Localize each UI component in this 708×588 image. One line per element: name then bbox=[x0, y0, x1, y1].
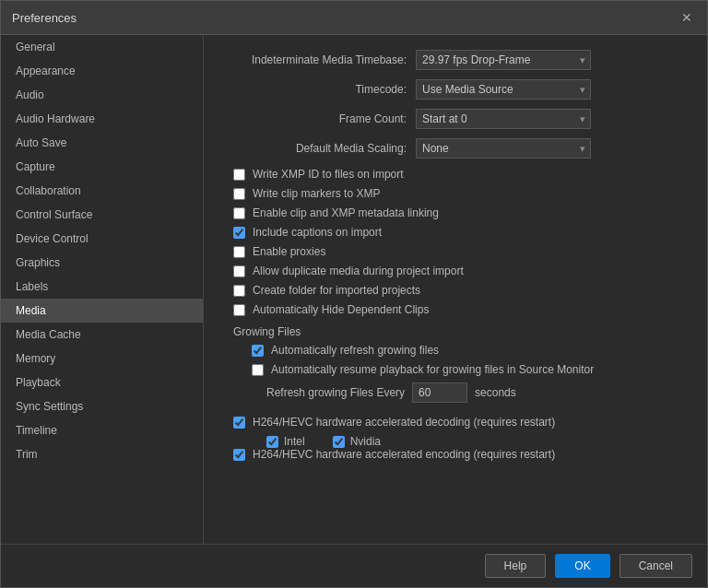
select-frame-count[interactable]: Start at 0Start at 1Timecode Conversion bbox=[416, 109, 591, 129]
checkbox-label-auto-refresh-growing: Automatically refresh growing files bbox=[271, 344, 439, 357]
sidebar-item-appearance[interactable]: Appearance bbox=[1, 59, 203, 83]
checkbox-row-auto-hide-clips: Automatically Hide Dependent Clips bbox=[222, 303, 689, 316]
checkbox-enable-clip-xmp[interactable] bbox=[233, 207, 245, 219]
checkbox-row-write-xmp-id: Write XMP ID to files on import bbox=[222, 168, 689, 181]
growing-files-row-auto-refresh-growing: Automatically refresh growing files bbox=[222, 344, 689, 357]
checkbox-row-include-captions: Include captions on import bbox=[222, 226, 689, 239]
dialog-content: GeneralAppearanceAudioAudio HardwareAuto… bbox=[1, 35, 707, 544]
sidebar: GeneralAppearanceAudioAudio HardwareAuto… bbox=[1, 35, 204, 544]
checkbox-label-enable-proxies: Enable proxies bbox=[253, 245, 325, 258]
sidebar-item-memory[interactable]: Memory bbox=[1, 347, 203, 370]
checkbox-label-auto-resume-playback: Automatically resume playback for growin… bbox=[271, 363, 594, 376]
ok-button[interactable]: OK bbox=[555, 554, 609, 578]
sidebar-item-collaboration[interactable]: Collaboration bbox=[1, 179, 203, 203]
footer: Help OK Cancel bbox=[1, 544, 707, 587]
checkbox-create-folder[interactable] bbox=[233, 285, 245, 297]
sidebar-item-trim[interactable]: Trim bbox=[1, 442, 203, 466]
sidebar-item-playback[interactable]: Playback bbox=[1, 370, 203, 394]
checkbox-row-enable-proxies: Enable proxies bbox=[222, 245, 689, 258]
close-button[interactable]: ✕ bbox=[678, 8, 696, 27]
refresh-row: Refresh growing Files Everyseconds bbox=[222, 382, 689, 403]
form-row-indeterminate-media-timebase: Indeterminate Media Timebase:23.976 fps2… bbox=[222, 50, 689, 70]
checkbox-write-clip-markers[interactable] bbox=[233, 188, 245, 200]
select-timecode[interactable]: Use Media SourceGenerate TimecodeStart a… bbox=[416, 79, 591, 100]
hw-encode-row: H264/HEVC hardware accelerated encoding … bbox=[222, 448, 689, 461]
sidebar-item-general[interactable]: General bbox=[1, 35, 203, 59]
checkbox-nvidia[interactable] bbox=[333, 436, 345, 448]
label-timecode: Timecode: bbox=[222, 83, 407, 96]
checkbox-row-enable-clip-xmp: Enable clip and XMP metadata linking bbox=[222, 206, 689, 219]
select-indeterminate-media-timebase[interactable]: 23.976 fps24 fps25 fps29.97 fps Drop-Fra… bbox=[416, 50, 591, 70]
checkbox-row-allow-duplicate: Allow duplicate media during project imp… bbox=[222, 265, 689, 277]
checkbox-write-xmp-id[interactable] bbox=[233, 169, 245, 181]
form-row-default-media-scaling: Default Media Scaling:NoneSet to Frame S… bbox=[222, 138, 689, 159]
sidebar-item-audio-hardware[interactable]: Audio Hardware bbox=[1, 107, 203, 131]
sidebar-item-graphics[interactable]: Graphics bbox=[1, 251, 203, 275]
sidebar-item-control-surface[interactable]: Control Surface bbox=[1, 203, 203, 227]
select-wrapper-timecode: Use Media SourceGenerate TimecodeStart a… bbox=[416, 79, 591, 100]
refresh-interval-input[interactable] bbox=[412, 382, 467, 403]
title-bar: Preferences ✕ bbox=[1, 1, 707, 35]
sidebar-item-labels[interactable]: Labels bbox=[1, 275, 203, 299]
label-intel: Intel bbox=[284, 435, 305, 448]
sidebar-item-audio[interactable]: Audio bbox=[1, 83, 203, 107]
sidebar-item-auto-save[interactable]: Auto Save bbox=[1, 131, 203, 155]
checkbox-allow-duplicate[interactable] bbox=[233, 265, 245, 277]
help-button[interactable]: Help bbox=[485, 554, 547, 578]
sidebar-item-media[interactable]: Media bbox=[1, 299, 203, 323]
hw-sub-item-nvidia: Nvidia bbox=[333, 435, 381, 448]
cancel-button[interactable]: Cancel bbox=[620, 554, 692, 578]
label-frame-count: Frame Count: bbox=[222, 112, 407, 125]
checkbox-label-auto-hide-clips: Automatically Hide Dependent Clips bbox=[253, 303, 429, 316]
label-indeterminate-media-timebase: Indeterminate Media Timebase: bbox=[222, 53, 407, 66]
select-wrapper-default-media-scaling: NoneSet to Frame SizeScale to Frame Size bbox=[416, 138, 591, 159]
checkbox-h264-encode[interactable] bbox=[233, 449, 245, 461]
checkbox-auto-resume-playback[interactable] bbox=[252, 364, 264, 376]
checkbox-label-enable-clip-xmp: Enable clip and XMP metadata linking bbox=[253, 206, 439, 219]
label-nvidia: Nvidia bbox=[350, 435, 381, 448]
checkbox-label-create-folder: Create folder for imported projects bbox=[253, 284, 420, 297]
checkbox-label-write-xmp-id: Write XMP ID to files on import bbox=[253, 168, 404, 181]
checkbox-h264-decode[interactable] bbox=[233, 417, 245, 429]
checkbox-label-h264-encode: H264/HEVC hardware accelerated encoding … bbox=[253, 448, 555, 461]
growing-files-row-auto-resume-playback: Automatically resume playback for growin… bbox=[222, 363, 689, 376]
sidebar-item-device-control[interactable]: Device Control bbox=[1, 227, 203, 251]
label-default-media-scaling: Default Media Scaling: bbox=[222, 142, 407, 155]
checkbox-include-captions[interactable] bbox=[233, 227, 245, 239]
refresh-label: Refresh growing Files Every bbox=[266, 386, 405, 399]
checkbox-auto-hide-clips[interactable] bbox=[233, 304, 245, 316]
checkbox-label-include-captions: Include captions on import bbox=[253, 226, 382, 239]
form-row-timecode: Timecode:Use Media SourceGenerate Timeco… bbox=[222, 79, 689, 100]
growing-files-section-label: Growing Files bbox=[222, 325, 689, 338]
dialog-title: Preferences bbox=[12, 11, 77, 25]
checkbox-auto-refresh-growing[interactable] bbox=[252, 345, 264, 357]
sidebar-item-media-cache[interactable]: Media Cache bbox=[1, 323, 203, 347]
form-row-frame-count: Frame Count:Start at 0Start at 1Timecode… bbox=[222, 109, 689, 129]
select-default-media-scaling[interactable]: NoneSet to Frame SizeScale to Frame Size bbox=[416, 138, 591, 159]
checkbox-intel[interactable] bbox=[266, 436, 278, 448]
sidebar-item-timeline[interactable]: Timeline bbox=[1, 418, 203, 442]
hw-sub-item-intel: Intel bbox=[266, 435, 305, 448]
hw-sub-options-row: IntelNvidia bbox=[222, 435, 689, 448]
main-panel: Indeterminate Media Timebase:23.976 fps2… bbox=[204, 35, 707, 544]
sidebar-item-capture[interactable]: Capture bbox=[1, 155, 203, 179]
select-wrapper-indeterminate-media-timebase: 23.976 fps24 fps25 fps29.97 fps Drop-Fra… bbox=[416, 50, 591, 70]
checkbox-label-h264-decode: H264/HEVC hardware accelerated decoding … bbox=[253, 416, 555, 429]
checkbox-label-write-clip-markers: Write clip markers to XMP bbox=[253, 187, 380, 200]
checkbox-label-allow-duplicate: Allow duplicate media during project imp… bbox=[253, 265, 464, 277]
checkbox-row-write-clip-markers: Write clip markers to XMP bbox=[222, 187, 689, 200]
sidebar-item-sync-settings[interactable]: Sync Settings bbox=[1, 394, 203, 418]
preferences-dialog: Preferences ✕ GeneralAppearanceAudioAudi… bbox=[0, 0, 708, 588]
checkbox-row-create-folder: Create folder for imported projects bbox=[222, 284, 689, 297]
hw-decode-row: H264/HEVC hardware accelerated decoding … bbox=[222, 416, 689, 429]
seconds-label: seconds bbox=[475, 386, 516, 399]
select-wrapper-frame-count: Start at 0Start at 1Timecode Conversion bbox=[416, 109, 591, 129]
checkbox-enable-proxies[interactable] bbox=[233, 246, 245, 258]
